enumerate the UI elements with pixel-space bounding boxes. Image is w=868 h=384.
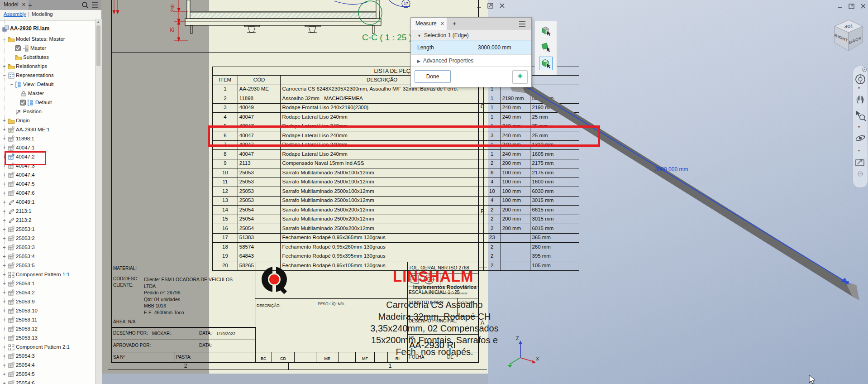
search-icon[interactable] [81, 1, 89, 9]
tree-item-component-pattern-2-1[interactable]: +Component Pattern 2:1 [0, 343, 93, 352]
tree-item-view-default[interactable]: −View: Default [0, 80, 93, 89]
tree-item-position[interactable]: Position [0, 107, 93, 116]
navbar-collapse-icon[interactable] [858, 171, 863, 177]
tree-expander-icon[interactable]: + [2, 200, 7, 205]
tree-expander-icon[interactable]: + [2, 345, 7, 350]
tree-item-40047-6[interactable]: +40047:6 [0, 189, 93, 198]
add-measurement-button[interactable]: + [512, 70, 528, 84]
tree-item-2113-1[interactable]: +2113:1 [0, 207, 93, 216]
tree-item-40047-5[interactable]: +40047:5 [0, 180, 93, 189]
tree-item-25053-1[interactable]: +25053:1 [0, 225, 93, 234]
tree-expander-icon[interactable]: + [2, 263, 7, 268]
tree-item-aa-2930-me-1[interactable]: +AA-2930 ME:1 [0, 125, 93, 134]
tree-item-25053-10[interactable]: +25053:10 [0, 307, 93, 316]
close-icon[interactable] [860, 3, 867, 8]
checkbox-checked-icon[interactable] [20, 100, 26, 106]
tree-expander-icon[interactable]: + [2, 336, 7, 341]
tree-item-2113-2[interactable]: +2113:2 [0, 216, 93, 225]
tree-item-representations[interactable]: −Representations [0, 71, 93, 80]
tree-expander-icon[interactable]: + [2, 136, 7, 141]
tree-expander-icon[interactable]: + [2, 173, 7, 178]
tree-expander-icon[interactable]: + [2, 127, 7, 132]
select-face-filter-button[interactable] [539, 40, 553, 54]
tree-expander-icon[interactable]: + [2, 290, 7, 295]
tree-expander-icon[interactable]: + [2, 317, 7, 322]
tree-expander-icon[interactable]: + [2, 182, 7, 187]
zoom-icon[interactable] [854, 110, 866, 121]
tree-expander-icon[interactable]: + [2, 308, 7, 313]
tree-item-25053-2[interactable]: +25053:2 [0, 234, 93, 243]
checkbox-checked-icon[interactable] [15, 45, 21, 51]
tree-expander-icon[interactable]: + [2, 245, 7, 250]
tree-item-25053-9[interactable]: +25053:9 [0, 298, 93, 307]
tree-expander-icon[interactable]: + [2, 372, 7, 377]
navbar-close-icon[interactable] [862, 67, 867, 72]
tree-expander-icon[interactable]: + [2, 254, 7, 259]
advanced-properties-row[interactable]: ▶Advanced Properties [411, 54, 531, 66]
browser-scrollbar[interactable]: ▲ [95, 19, 102, 384]
tree-expander-icon[interactable]: + [2, 191, 7, 196]
navigation-wheel-icon[interactable] [854, 73, 866, 85]
menu-icon[interactable] [519, 21, 526, 27]
tree-expander-icon[interactable]: + [2, 118, 7, 123]
tree-expander-icon[interactable]: + [2, 209, 7, 214]
tab-modeling[interactable]: Modeling [32, 11, 53, 17]
minimize-icon[interactable] [476, 2, 483, 8]
tree-expander-icon[interactable]: + [2, 218, 7, 223]
tree-expander-icon[interactable]: − [9, 82, 14, 87]
scrollbar-thumb[interactable] [96, 25, 100, 66]
selection-header-row[interactable]: ▼Selection 1 (Edge) [411, 30, 531, 40]
scrollbar-up-icon[interactable]: ▲ [96, 20, 100, 24]
tree-item-40047-4[interactable]: +40047:4 [0, 171, 93, 180]
restore-icon[interactable] [487, 2, 494, 8]
length-result-row[interactable]: Length 3000.000 mm [411, 40, 531, 55]
tree-item-master[interactable]: Master [0, 89, 93, 98]
tree-item-40049-1[interactable]: +40049:1 [0, 198, 93, 207]
tree-expander-icon[interactable]: + [2, 299, 7, 304]
tree-expander-icon[interactable]: + [2, 236, 7, 241]
tree-expander-icon[interactable]: + [2, 281, 7, 286]
tree-item-25054-4[interactable]: +25054:4 [0, 361, 93, 370]
tree-item-25054-5[interactable]: +25054:5 [0, 370, 93, 379]
tree-expander-icon[interactable]: + [2, 64, 7, 69]
tab-measure[interactable]: Measure✕ [411, 18, 447, 30]
select-solid-filter-button[interactable] [539, 24, 553, 38]
chevron-down-icon[interactable]: ▾ [858, 125, 860, 129]
select-edge-filter-button[interactable] [539, 57, 553, 70]
tab-assembly[interactable]: Assembly [4, 11, 26, 17]
pan-hand-icon[interactable] [854, 93, 866, 105]
tree-expander-icon[interactable]: + [2, 145, 7, 150]
close-icon[interactable]: ✕ [22, 2, 26, 7]
tree-expander-icon[interactable]: + [2, 227, 7, 232]
add-browser-tab-button[interactable]: + [28, 1, 32, 9]
restore-icon[interactable] [848, 3, 855, 8]
tree-item-25054-6[interactable]: +25054:6 [0, 379, 93, 384]
tree-expander-icon[interactable]: + [2, 272, 7, 277]
orbit-icon[interactable] [854, 132, 866, 144]
chevron-down-icon[interactable]: ▾ [858, 149, 860, 153]
tree-item-25053-12[interactable]: +25053:12 [0, 325, 93, 334]
tree-item-25054-2[interactable]: +25054:2 [0, 288, 93, 298]
add-tab-button[interactable]: + [453, 19, 457, 27]
tree-item-default[interactable]: Default [0, 98, 93, 107]
tree-expander-icon[interactable]: − [2, 73, 7, 78]
tree-item-25053-11[interactable]: +25053:11 [0, 316, 93, 325]
tree-item-25054-3[interactable]: +25054:3 [0, 352, 93, 361]
tree-item-25054-1[interactable]: +25054:1 [0, 279, 93, 288]
tree-item-substitutes[interactable]: Substitutes [0, 53, 93, 62]
close-icon[interactable] [499, 2, 506, 8]
beam-part[interactable] [506, 77, 859, 300]
tree-expander-icon[interactable]: + [2, 363, 7, 368]
tree-item-25053-3[interactable]: +25053:3 [0, 243, 93, 252]
tree-item-relationships[interactable]: +Relationships [0, 62, 93, 71]
viewcube[interactable]: TOP RIGHT BACK [828, 14, 868, 63]
tree-item-25053-5[interactable]: +25053:5 [0, 261, 93, 270]
tree-item-25053-4[interactable]: +25053:4 [0, 252, 93, 261]
tree-item-11898-1[interactable]: +11898:1 [0, 134, 93, 144]
done-button[interactable]: Done [415, 70, 451, 83]
tree-item-model-states-master[interactable]: −Model States: Master [0, 35, 93, 44]
close-icon[interactable]: ✕ [440, 21, 444, 26]
tree-expander-icon[interactable]: + [2, 381, 7, 384]
chevron-down-icon[interactable]: ▾ [858, 86, 860, 90]
tree-item-component-pattern-1-1[interactable]: +Component Pattern 1:1 [0, 270, 93, 279]
